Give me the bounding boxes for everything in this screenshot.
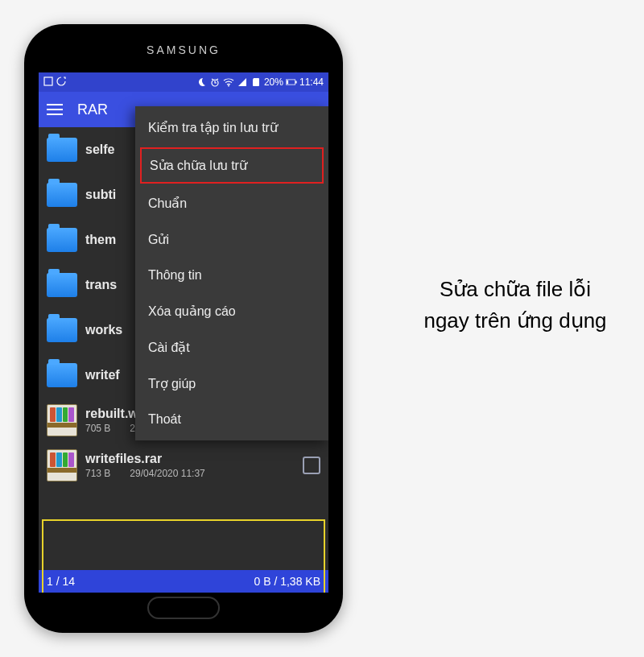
folder-icon bbox=[47, 138, 77, 162]
folder-icon bbox=[47, 273, 77, 297]
rar-file-name: writefiles.rar bbox=[85, 452, 295, 466]
signal-icon bbox=[237, 76, 248, 88]
menu-item[interactable]: Thoát bbox=[135, 402, 328, 437]
app-title: RAR bbox=[77, 101, 108, 118]
rar-file-size: 705 B bbox=[85, 423, 110, 434]
status-left bbox=[43, 76, 66, 89]
status-bar: 20% 11:44 bbox=[39, 72, 328, 92]
selection-size: 0 B / 1,38 KB bbox=[254, 575, 321, 588]
folder-icon bbox=[47, 363, 77, 387]
folder-icon bbox=[47, 318, 77, 342]
rar-file-date: 29/04/2020 11:37 bbox=[130, 468, 204, 479]
phone-mockup: 20% 11:44 RAR selfe subti them trans bbox=[24, 24, 343, 633]
rar-icon bbox=[47, 449, 77, 481]
svg-rect-0 bbox=[44, 77, 52, 85]
status-right: 20% 11:44 bbox=[196, 76, 324, 88]
clock-text: 11:44 bbox=[299, 76, 324, 88]
svg-point-2 bbox=[228, 85, 229, 87]
menu-item[interactable]: Sửa chữa lưu trữ bbox=[140, 147, 324, 184]
menu-item[interactable]: Thông tin bbox=[135, 258, 328, 293]
sync-icon bbox=[56, 76, 66, 89]
caption-line2: ngay trên ứng dụng bbox=[394, 305, 636, 337]
alarm-icon bbox=[209, 76, 221, 88]
screen: 20% 11:44 RAR selfe subti them trans bbox=[39, 72, 328, 593]
menu-item[interactable]: Chuẩn bbox=[135, 185, 328, 221]
folder-icon bbox=[47, 183, 77, 207]
svg-rect-4 bbox=[287, 81, 288, 85]
menu-popup: Kiểm tra tập tin lưu trữSửa chữa lưu trữ… bbox=[135, 106, 328, 440]
rar-file-size: 713 B bbox=[85, 468, 110, 479]
rar-icon bbox=[47, 404, 77, 436]
rar-row[interactable]: writefiles.rar 713 B 29/04/2020 11:37 bbox=[39, 443, 328, 488]
menu-item[interactable]: Xóa quảng cáo bbox=[135, 293, 328, 329]
battery-icon bbox=[286, 76, 297, 88]
screenshot-icon bbox=[43, 76, 53, 89]
selection-count: 1 / 14 bbox=[47, 575, 75, 588]
folder-icon bbox=[47, 228, 77, 252]
bottom-bar: 1 / 14 0 B / 1,38 KB bbox=[39, 570, 328, 593]
menu-item[interactable]: Gửi bbox=[135, 221, 328, 258]
checkbox[interactable] bbox=[303, 457, 320, 474]
moon-icon bbox=[196, 76, 207, 88]
menu-item[interactable]: Kiểm tra tập tin lưu trữ bbox=[135, 110, 328, 146]
caption: Sửa chữa file lỗi ngay trên ứng dụng bbox=[394, 274, 636, 337]
menu-icon[interactable] bbox=[47, 104, 63, 115]
rar-file-meta: 713 B 29/04/2020 11:37 bbox=[85, 468, 295, 479]
battery-text: 20% bbox=[264, 76, 283, 88]
sd-icon bbox=[250, 76, 262, 88]
wifi-icon bbox=[223, 76, 234, 88]
menu-item[interactable]: Cài đặt bbox=[135, 329, 328, 366]
caption-line1: Sửa chữa file lỗi bbox=[394, 274, 636, 305]
svg-rect-5 bbox=[295, 81, 297, 83]
menu-item[interactable]: Trợ giúp bbox=[135, 366, 328, 402]
file-info: writefiles.rar 713 B 29/04/2020 11:37 bbox=[85, 452, 295, 479]
